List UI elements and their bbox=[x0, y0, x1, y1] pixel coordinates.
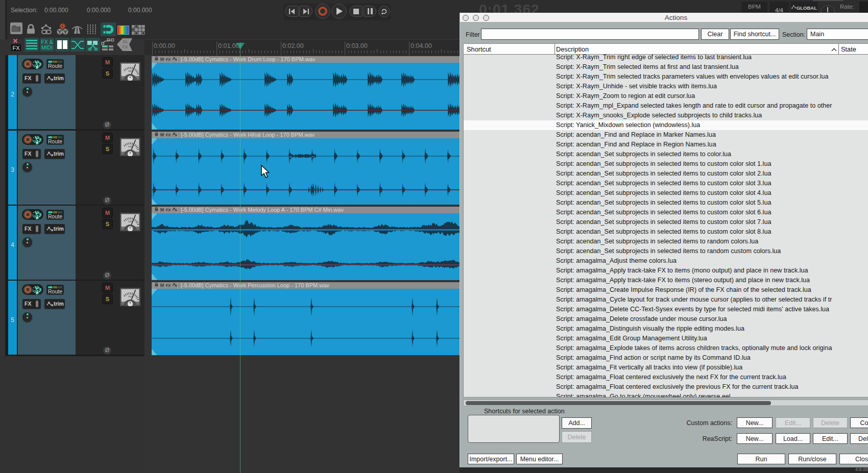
svg-text:FX: FX bbox=[123, 44, 128, 49]
svg-text:FX: FX bbox=[12, 45, 20, 51]
svg-text:IN: IN bbox=[123, 39, 128, 44]
